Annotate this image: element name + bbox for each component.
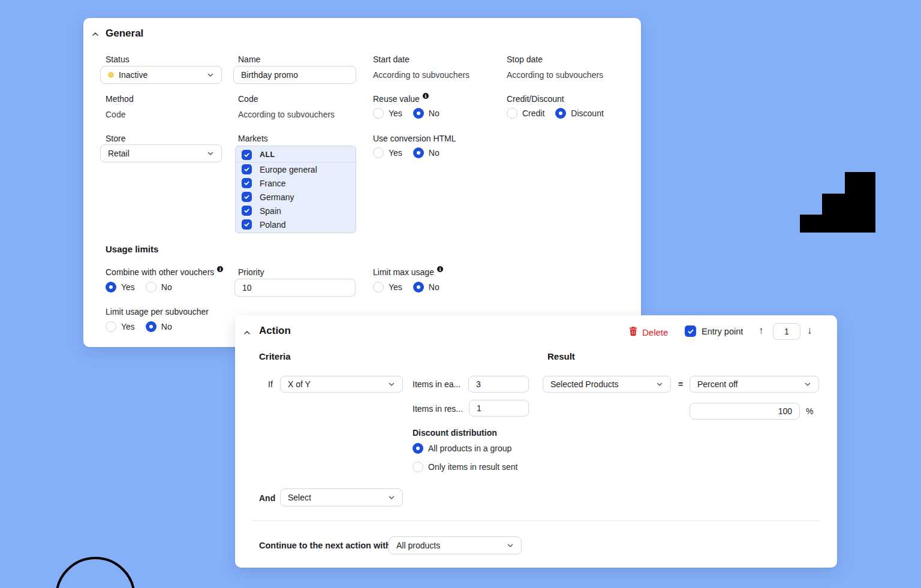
action-title: Action: [259, 325, 291, 337]
limit-sub-option-yes[interactable]: Yes: [106, 321, 135, 332]
items-in-result-input[interactable]: [469, 400, 529, 417]
chevron-down-icon: [207, 150, 214, 157]
markets-list: ALL Europe general France Germany Spain …: [235, 146, 356, 233]
combine-option-yes[interactable]: Yes: [106, 282, 135, 293]
and-select[interactable]: Select: [280, 489, 403, 506]
checkbox-checked-icon[interactable]: [242, 178, 252, 188]
reuse-value-option-yes[interactable]: Yes: [373, 108, 402, 119]
market-label: ALL: [260, 150, 275, 159]
continue-select[interactable]: All products: [389, 536, 522, 554]
combine-option-no[interactable]: No: [146, 282, 172, 293]
radio-selected-icon[interactable]: [413, 108, 424, 119]
radio-label: Yes: [389, 108, 402, 118]
equals-sign: =: [678, 379, 683, 389]
radio-label: Credit: [522, 108, 544, 118]
market-row[interactable]: Spain: [236, 204, 356, 218]
result-heading: Result: [547, 351, 575, 361]
name-input[interactable]: [233, 66, 356, 84]
radio-unselected-icon[interactable]: [106, 321, 116, 332]
conversion-option-yes[interactable]: Yes: [373, 147, 402, 158]
priority-input[interactable]: [234, 279, 356, 297]
trash-icon: [628, 326, 638, 338]
market-label: Spain: [260, 206, 281, 216]
and-value: Select: [288, 493, 383, 502]
reuse-value-label: Reuse value i: [373, 94, 429, 104]
criteria-heading: Criteria: [259, 351, 291, 361]
radio-selected-icon[interactable]: [413, 443, 423, 454]
stop-date-label: Stop date: [507, 55, 543, 64]
market-row[interactable]: France: [236, 176, 356, 190]
radio-label: Only items in result sent: [428, 462, 517, 472]
checkbox-checked-icon[interactable]: [242, 192, 252, 202]
market-row[interactable]: Poland: [236, 218, 356, 231]
market-label: France: [260, 179, 286, 188]
radio-label: No: [429, 108, 440, 118]
move-up-arrow-icon[interactable]: ↑: [759, 325, 764, 336]
chevron-down-icon: [804, 381, 811, 388]
market-row[interactable]: Europe general: [236, 162, 356, 176]
limit-max-option-no[interactable]: No: [413, 282, 440, 293]
conversion-option-no[interactable]: No: [413, 147, 440, 158]
radio-selected-icon[interactable]: [413, 147, 424, 158]
delete-button[interactable]: Delete: [628, 326, 668, 338]
radio-unselected-icon[interactable]: [373, 282, 384, 293]
checkbox-checked-icon[interactable]: [242, 219, 252, 230]
radio-label: Yes: [389, 148, 402, 158]
general-title: General: [106, 28, 143, 40]
if-select[interactable]: X of Y: [280, 376, 403, 393]
start-date-label: Start date: [373, 55, 410, 64]
limit-sub-option-no[interactable]: No: [146, 321, 172, 332]
action-order-input[interactable]: [773, 323, 800, 340]
discount-option[interactable]: Discount: [555, 108, 603, 119]
radio-selected-icon[interactable]: [413, 282, 424, 293]
checkbox-checked-icon[interactable]: [242, 150, 252, 160]
collapse-action-chevron-up-icon[interactable]: [242, 328, 252, 337]
use-conversion-html-label: Use conversion HTML: [373, 134, 456, 143]
if-label: If: [268, 379, 273, 389]
info-icon[interactable]: i: [217, 266, 223, 272]
reuse-value-option-no[interactable]: No: [413, 108, 440, 119]
radio-selected-icon[interactable]: [555, 108, 566, 119]
radio-unselected-icon[interactable]: [146, 282, 156, 293]
radio-selected-icon[interactable]: [146, 321, 156, 332]
combine-vouchers-radio-group: Yes No: [106, 282, 172, 293]
entry-point-checkbox[interactable]: [685, 325, 696, 337]
radio-unselected-icon[interactable]: [373, 108, 384, 119]
radio-selected-icon[interactable]: [106, 282, 116, 293]
distribution-option-all-products[interactable]: All products in a group: [413, 443, 511, 454]
market-row[interactable]: Germany: [236, 190, 356, 204]
items-in-each-input[interactable]: [468, 376, 529, 393]
status-dot-icon: [108, 72, 114, 78]
credit-discount-label: Credit/Discount: [507, 94, 564, 104]
info-icon[interactable]: i: [437, 266, 443, 272]
info-icon[interactable]: i: [423, 93, 429, 99]
delete-label: Delete: [642, 327, 668, 337]
action-panel: Action Delete Entry point ↑ ↓ Criteria R…: [235, 315, 837, 568]
collapse-general-chevron-up-icon[interactable]: [91, 29, 100, 39]
result-action-value: Percent off: [697, 379, 799, 389]
items-in-result-label: Items in res...: [413, 404, 463, 414]
market-row-all[interactable]: ALL: [236, 147, 356, 162]
result-type-select[interactable]: Selected Products: [543, 376, 671, 393]
continue-value: All products: [396, 541, 502, 550]
radio-unselected-icon[interactable]: [507, 108, 517, 119]
status-value: Inactive: [119, 70, 202, 80]
limit-max-option-yes[interactable]: Yes: [373, 282, 402, 293]
radio-unselected-icon[interactable]: [373, 147, 384, 158]
staircase-decor-shape: [800, 172, 875, 233]
section-divider: [252, 520, 820, 521]
radio-unselected-icon[interactable]: [413, 462, 423, 472]
store-select[interactable]: Retail: [100, 144, 222, 162]
credit-option[interactable]: Credit: [507, 108, 544, 119]
checkbox-checked-icon[interactable]: [242, 164, 252, 174]
percent-input[interactable]: [690, 403, 800, 420]
use-conversion-html-radio-group: Yes No: [373, 147, 440, 158]
result-action-select[interactable]: Percent off: [690, 376, 819, 393]
if-value: X of Y: [288, 379, 383, 389]
chevron-down-icon: [656, 381, 663, 388]
move-down-arrow-icon[interactable]: ↓: [807, 325, 812, 336]
chevron-down-icon: [507, 542, 514, 549]
status-select[interactable]: Inactive: [100, 66, 222, 84]
checkbox-checked-icon[interactable]: [242, 206, 252, 216]
distribution-option-only-items[interactable]: Only items in result sent: [413, 462, 517, 472]
